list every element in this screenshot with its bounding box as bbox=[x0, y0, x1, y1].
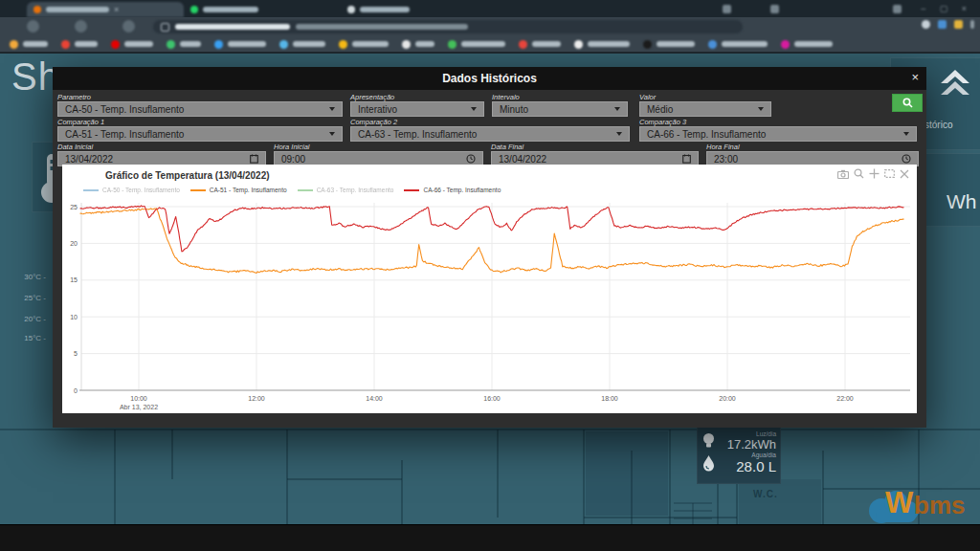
bookmark-favicon bbox=[781, 40, 790, 49]
svg-text:20:00: 20:00 bbox=[719, 395, 736, 402]
hora-inicial-label: Hora Inicial bbox=[274, 143, 310, 151]
gauge-label-25: 25°C - bbox=[8, 294, 46, 302]
apresentacao-label: Apresentação bbox=[350, 93, 394, 101]
bookmark-favicon bbox=[61, 40, 70, 49]
bookmark-item[interactable] bbox=[574, 40, 630, 49]
valor-select[interactable]: Médio bbox=[639, 101, 771, 117]
tab-close-icon[interactable]: × bbox=[114, 5, 119, 14]
forward-icon[interactable] bbox=[75, 20, 87, 33]
temperature-line-chart[interactable]: 051015202510:0012:0014:0016:0018:0020:00… bbox=[62, 165, 917, 413]
tab-stub-icon[interactable] bbox=[893, 5, 902, 13]
bookmark-item[interactable] bbox=[111, 40, 153, 49]
bookmark-item[interactable] bbox=[519, 40, 561, 49]
bookmark-item[interactable] bbox=[214, 40, 266, 49]
svg-text:14:00: 14:00 bbox=[366, 395, 383, 402]
browser-tab[interactable] bbox=[184, 2, 341, 17]
intervalo-value: Minuto bbox=[500, 104, 528, 115]
modal-title: Dados Históricos bbox=[53, 72, 926, 85]
extension-icon[interactable] bbox=[954, 20, 963, 29]
bms-page: Sho 30°C - 25°C - 20°C - 15°C - Históric… bbox=[0, 54, 980, 524]
wbms-logo: W bms bbox=[864, 484, 977, 524]
dados-historicos-modal: Dados Históricos × Parametro CA-50 - Tem… bbox=[53, 67, 926, 428]
svg-text:5: 5 bbox=[74, 350, 78, 357]
bookmark-item[interactable] bbox=[448, 40, 505, 49]
calendar-icon bbox=[682, 154, 691, 164]
bookmark-item[interactable] bbox=[279, 40, 325, 49]
comparacao2-value: CA-63 - Temp. Insuflamento bbox=[358, 129, 477, 140]
tab-title-blurred bbox=[46, 7, 109, 12]
bookmark-favicon bbox=[214, 40, 223, 49]
bookmark-item[interactable] bbox=[339, 40, 389, 49]
bookmark-favicon bbox=[111, 40, 120, 49]
bookmark-item[interactable] bbox=[402, 40, 434, 49]
close-icon[interactable]: × bbox=[911, 71, 919, 84]
svg-text:15: 15 bbox=[70, 276, 78, 283]
tab-favicon bbox=[33, 6, 41, 13]
comparacao2-select[interactable]: CA-63 - Temp. Insuflamento bbox=[350, 126, 630, 142]
gauge-label-30: 30°C - bbox=[8, 273, 46, 281]
bookmark-label-blurred bbox=[23, 41, 48, 47]
bookmark-label-blurred bbox=[180, 41, 201, 47]
bookmark-item[interactable] bbox=[10, 40, 48, 49]
bookmark-label-blurred bbox=[588, 41, 630, 47]
tab-title-blurred bbox=[203, 7, 258, 12]
water-widget-label: Agua/dia bbox=[751, 452, 776, 458]
svg-text:18:00: 18:00 bbox=[601, 395, 618, 402]
bookmark-item[interactable] bbox=[61, 40, 98, 49]
svg-text:16:00: 16:00 bbox=[483, 395, 501, 402]
bookmark-item[interactable] bbox=[781, 40, 833, 49]
comparacao1-value: CA-51 - Temp. Insuflamento bbox=[65, 129, 184, 140]
reload-icon[interactable] bbox=[122, 20, 135, 33]
hora-final-value: 23:00 bbox=[714, 154, 738, 165]
browser-address-bar bbox=[0, 17, 980, 36]
bookmark-label-blurred bbox=[124, 41, 153, 47]
bookmark-label-blurred bbox=[415, 41, 434, 47]
browser-tab[interactable] bbox=[341, 2, 498, 17]
chevron-down-icon bbox=[903, 132, 909, 136]
bookmark-label-blurred bbox=[722, 41, 768, 47]
comparacao3-select[interactable]: CA-66 - Temp. Insuflamento bbox=[639, 126, 917, 142]
bookmark-label-blurred bbox=[228, 41, 266, 47]
consumption-widget[interactable]: Luz/dia 17.2kWh Agua/dia 28.0 L bbox=[697, 427, 781, 484]
apresentacao-value: Interativo bbox=[358, 104, 397, 115]
profile-icon[interactable] bbox=[922, 20, 930, 29]
gauge-label-15: 15°C - bbox=[8, 334, 46, 342]
back-icon[interactable] bbox=[27, 20, 39, 33]
hora-inicial-value: 09:00 bbox=[281, 154, 305, 165]
bookmark-item[interactable] bbox=[167, 40, 201, 49]
extension-icon[interactable] bbox=[938, 20, 947, 29]
search-button[interactable] bbox=[892, 94, 923, 112]
valor-label: Valor bbox=[639, 93, 656, 101]
intervalo-select[interactable]: Minuto bbox=[492, 101, 628, 117]
url-field[interactable] bbox=[153, 20, 743, 33]
comparacao1-select[interactable]: CA-51 - Temp. Insuflamento bbox=[57, 126, 343, 142]
bookmark-favicon bbox=[643, 40, 652, 49]
svg-text:10:00: 10:00 bbox=[130, 395, 147, 402]
tab-title-blurred bbox=[360, 7, 410, 12]
wbms-logo-w: W bbox=[885, 486, 913, 520]
apresentacao-select[interactable]: Interativo bbox=[350, 101, 484, 117]
menu-icon[interactable] bbox=[970, 20, 974, 29]
chevron-down-icon bbox=[616, 132, 622, 136]
browser-tab-active[interactable]: × bbox=[27, 2, 184, 17]
tab-stub-icon[interactable] bbox=[723, 5, 731, 13]
historico-icon bbox=[937, 66, 973, 99]
url-text-blurred bbox=[175, 24, 290, 30]
bookmark-item[interactable] bbox=[643, 40, 695, 49]
lock-icon bbox=[161, 23, 169, 32]
svg-text:0: 0 bbox=[74, 387, 78, 394]
parametro-select[interactable]: CA-50 - Temp. Insuflamento bbox=[57, 101, 343, 117]
chart-grid bbox=[81, 203, 910, 390]
tab-stub-icon[interactable] bbox=[770, 5, 779, 13]
data-inicial-value: 13/04/2022 bbox=[65, 154, 113, 165]
bookmark-favicon bbox=[448, 40, 457, 49]
bookmark-favicon bbox=[574, 40, 583, 49]
bookmark-item[interactable] bbox=[708, 40, 768, 49]
bookmark-label-blurred bbox=[293, 41, 325, 47]
water-drop-icon bbox=[702, 454, 716, 473]
window-controls[interactable]: – ▢ × bbox=[921, 4, 972, 13]
data-inicial-label: Data Inicial bbox=[57, 143, 93, 151]
light-widget-label: Luz/dia bbox=[756, 430, 776, 437]
chart-panel: Gráfico de Temperatura (13/04/2022) CA-5… bbox=[62, 165, 917, 413]
bookmark-favicon bbox=[339, 40, 347, 49]
